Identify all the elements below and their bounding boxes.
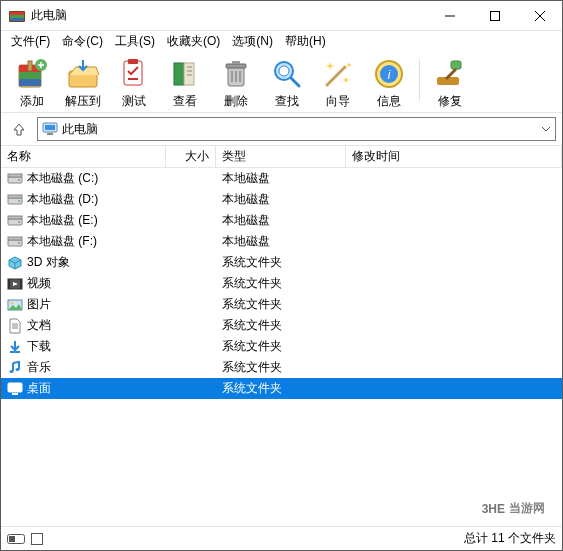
svg-point-40 — [18, 221, 20, 223]
menu-help[interactable]: 帮助(H) — [279, 31, 332, 52]
svg-rect-11 — [19, 72, 41, 79]
list-row[interactable]: 3D 对象系统文件夹 — [1, 252, 562, 273]
cell-name: 图片 — [1, 296, 166, 313]
row-name-label: 下载 — [27, 338, 51, 355]
toolbar-test-label: 测试 — [122, 91, 146, 110]
toolbar-add[interactable]: 添加 — [7, 55, 57, 110]
svg-rect-46 — [8, 279, 10, 289]
status-icon-1 — [7, 534, 25, 544]
cell-type: 系统文件夹 — [216, 359, 346, 376]
status-bar: 总计 11 个文件夹 — [1, 526, 562, 550]
status-icon-2 — [31, 533, 43, 545]
row-name-label: 本地磁盘 (C:) — [27, 170, 98, 187]
drive-icon — [7, 213, 23, 229]
menu-file[interactable]: 文件(F) — [5, 31, 56, 52]
menu-options[interactable]: 选项(N) — [226, 31, 279, 52]
svg-rect-4 — [10, 18, 24, 21]
svg-rect-17 — [128, 59, 138, 64]
toolbar-info[interactable]: i 信息 — [364, 55, 414, 110]
wizard-icon — [321, 57, 355, 91]
toolbar-wizard-label: 向导 — [326, 91, 350, 110]
up-button[interactable] — [7, 117, 31, 141]
svg-rect-21 — [226, 64, 246, 68]
cell-name: 本地磁盘 (E:) — [1, 212, 166, 229]
toolbar: 添加 解压到 测试 查看 删除 查找 向导 — [1, 51, 562, 113]
list-row[interactable]: 视频系统文件夹 — [1, 273, 562, 294]
col-mtime[interactable]: 修改时间 — [346, 146, 562, 167]
cell-type: 系统文件夹 — [216, 317, 346, 334]
toolbar-view[interactable]: 查看 — [160, 55, 210, 110]
svg-point-37 — [18, 200, 20, 202]
menu-favorites[interactable]: 收藏夹(O) — [161, 31, 226, 52]
svg-rect-53 — [12, 393, 18, 395]
toolbar-test[interactable]: 测试 — [109, 55, 159, 110]
row-name-label: 文档 — [27, 317, 51, 334]
row-name-label: 视频 — [27, 275, 51, 292]
toolbar-extract-label: 解压到 — [65, 91, 101, 110]
menubar: 文件(F) 命令(C) 工具(S) 收藏夹(O) 选项(N) 帮助(H) — [1, 31, 562, 51]
svg-rect-2 — [10, 12, 24, 15]
svg-point-50 — [10, 370, 14, 373]
toolbar-find[interactable]: 查找 — [262, 55, 312, 110]
cell-type: 本地磁盘 — [216, 233, 346, 250]
list-row[interactable]: 本地磁盘 (E:)本地磁盘 — [1, 210, 562, 231]
svg-rect-12 — [19, 79, 41, 86]
status-text: 总计 11 个文件夹 — [464, 530, 556, 547]
file-list[interactable]: 本地磁盘 (C:)本地磁盘本地磁盘 (D:)本地磁盘本地磁盘 (E:)本地磁盘本… — [1, 168, 562, 526]
extract-icon — [66, 57, 100, 91]
list-row[interactable]: 文档系统文件夹 — [1, 315, 562, 336]
cell-type: 系统文件夹 — [216, 254, 346, 271]
toolbar-extract[interactable]: 解压到 — [58, 55, 108, 110]
down-icon — [7, 339, 23, 355]
menu-tools[interactable]: 工具(S) — [109, 31, 161, 52]
toolbar-find-label: 查找 — [275, 91, 299, 110]
list-row[interactable]: 本地磁盘 (D:)本地磁盘 — [1, 189, 562, 210]
doc-icon — [7, 318, 23, 334]
list-row[interactable]: 图片系统文件夹 — [1, 294, 562, 315]
pic-icon — [7, 297, 23, 313]
toolbar-wizard[interactable]: 向导 — [313, 55, 363, 110]
drive-icon — [7, 171, 23, 187]
svg-rect-35 — [8, 174, 22, 177]
cell-name: 本地磁盘 (F:) — [1, 233, 166, 250]
address-bar[interactable]: 此电脑 — [37, 117, 556, 141]
chevron-down-icon[interactable] — [541, 124, 551, 134]
col-size[interactable]: 大小 — [166, 146, 216, 167]
cell-name: 视频 — [1, 275, 166, 292]
delete-icon — [219, 57, 253, 91]
svg-point-51 — [16, 368, 20, 371]
row-name-label: 图片 — [27, 296, 51, 313]
list-row[interactable]: 下载系统文件夹 — [1, 336, 562, 357]
col-type[interactable]: 类型 — [216, 146, 346, 167]
toolbar-delete-label: 删除 — [224, 91, 248, 110]
drive-icon — [7, 192, 23, 208]
list-row[interactable]: 音乐系统文件夹 — [1, 357, 562, 378]
col-name[interactable]: 名称 — [1, 146, 166, 167]
svg-point-49 — [11, 301, 14, 304]
toolbar-view-label: 查看 — [173, 91, 197, 110]
music-icon — [7, 360, 23, 376]
toolbar-repair[interactable]: 修复 — [425, 55, 475, 110]
close-button[interactable] — [517, 1, 562, 31]
svg-rect-52 — [8, 383, 22, 392]
drive-icon — [7, 234, 23, 250]
list-row[interactable]: 本地磁盘 (C:)本地磁盘 — [1, 168, 562, 189]
row-name-label: 音乐 — [27, 359, 51, 376]
svg-rect-38 — [8, 195, 22, 198]
app-icon — [9, 8, 25, 24]
toolbar-delete[interactable]: 删除 — [211, 55, 261, 110]
menu-commands[interactable]: 命令(C) — [56, 31, 109, 52]
cell-type: 本地磁盘 — [216, 170, 346, 187]
cell-name: 本地磁盘 (D:) — [1, 191, 166, 208]
window-title: 此电脑 — [31, 7, 67, 24]
cell-type: 本地磁盘 — [216, 191, 346, 208]
test-icon — [117, 57, 151, 91]
row-name-label: 3D 对象 — [27, 254, 70, 271]
maximize-button[interactable] — [472, 1, 517, 31]
svg-rect-41 — [8, 216, 22, 219]
minimize-button[interactable] — [427, 1, 472, 31]
list-row[interactable]: 本地磁盘 (F:)本地磁盘 — [1, 231, 562, 252]
row-name-label: 桌面 — [27, 380, 51, 397]
list-row[interactable]: 桌面系统文件夹 — [1, 378, 562, 399]
address-text: 此电脑 — [62, 121, 98, 138]
